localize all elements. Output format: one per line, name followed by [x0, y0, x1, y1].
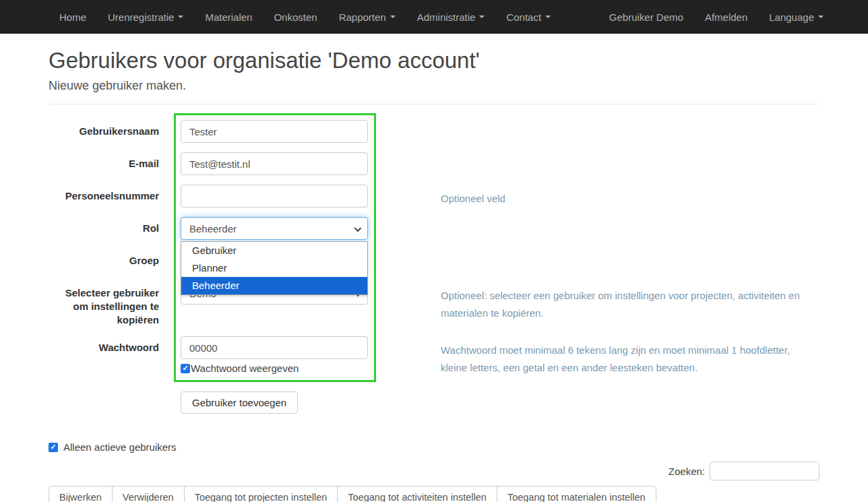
- nav-item-onkosten[interactable]: Onkosten: [263, 0, 328, 34]
- role-select[interactable]: Beheerder: [181, 217, 368, 240]
- email-input[interactable]: [181, 152, 368, 175]
- show-password-row: ✓ Wachtwoord weergeven: [181, 363, 368, 374]
- navbar-right: Gebruiker Demo Afmelden Language: [598, 0, 834, 34]
- navbar-left: Home Urenregistratie Materialen Onkosten…: [49, 0, 561, 34]
- username-input[interactable]: [181, 120, 368, 143]
- nav-item-urenregistratie[interactable]: Urenregistratie: [97, 0, 194, 34]
- employee-number-input[interactable]: [181, 185, 368, 208]
- nav-item-label: Materialen: [205, 11, 252, 23]
- password-help: Wachtwoord moet minimaal 6 tekens lang z…: [441, 336, 818, 377]
- set-activity-access-button[interactable]: Toegang tot activiteiten instellen: [337, 486, 497, 502]
- copy-user-help: Optioneel: selecteer een gebruiker om in…: [441, 282, 818, 322]
- user-actions-group: Bijwerken Verwijderen Toegang tot projec…: [49, 486, 819, 502]
- search-row: Zoeken:: [49, 462, 819, 480]
- username-label: Gebruikersnaam: [49, 120, 159, 138]
- form-row-password: Wachtwoord ✓ Wachtwoord weergeven Wachtw…: [49, 336, 819, 377]
- check-icon: ✓: [182, 365, 188, 372]
- form-row-employee-number: Personeelsnummer Optioneel veld: [49, 185, 819, 208]
- role-control: Beheerder Gebruiker Planner Beheerder: [181, 217, 368, 240]
- chevron-down-icon: [354, 224, 361, 232]
- delete-button[interactable]: Verwijderen: [112, 486, 185, 502]
- email-label: E-mail: [49, 152, 159, 170]
- employee-number-help: Optioneel veld: [441, 185, 505, 208]
- caret-down-icon: [479, 15, 485, 18]
- nav-item-label: Administratie: [417, 11, 476, 23]
- nav-item-label: Home: [59, 11, 86, 23]
- new-user-form: Gebruikersnaam E-mail Personeelsnummer O…: [49, 104, 819, 377]
- email-control: [181, 152, 368, 175]
- caret-down-icon: [178, 15, 183, 18]
- password-control: ✓ Wachtwoord weergeven: [181, 336, 368, 374]
- form-row-username: Gebruikersnaam: [49, 120, 819, 143]
- show-password-checkbox[interactable]: ✓: [181, 364, 190, 373]
- nav-item-rapporten[interactable]: Rapporten: [328, 0, 406, 34]
- search-input[interactable]: [710, 462, 819, 480]
- active-users-filter: ✓ Alleen actieve gebruikers: [49, 441, 819, 453]
- main-content: Gebruikers voor organisatie 'Demo accoun…: [0, 48, 868, 502]
- check-icon: ✓: [50, 443, 56, 451]
- active-users-checkbox[interactable]: ✓: [49, 443, 58, 452]
- nav-item-label: Contact: [506, 11, 541, 23]
- update-button[interactable]: Bijwerken: [49, 486, 113, 502]
- nav-item-materialen[interactable]: Materialen: [194, 0, 263, 34]
- nav-item-home[interactable]: Home: [49, 0, 97, 34]
- set-material-access-button[interactable]: Toegang tot materialen instellen: [497, 486, 656, 502]
- nav-item-label: Urenregistratie: [108, 11, 174, 23]
- add-user-button[interactable]: Gebruiker toevoegen: [181, 391, 298, 414]
- set-project-access-button[interactable]: Toegang tot projecten instellen: [184, 486, 338, 502]
- show-password-label: Wachtwoord weergeven: [191, 363, 299, 374]
- form-row-email: E-mail: [49, 152, 819, 175]
- nav-item-label: Afmelden: [705, 11, 747, 23]
- form-row-group: Groep: [49, 249, 819, 272]
- role-option-planner[interactable]: Planner: [181, 259, 367, 277]
- page-subtitle: Nieuwe gebruiker maken.: [49, 79, 819, 93]
- active-users-label: Alleen actieve gebruikers: [63, 441, 177, 453]
- page-title: Gebruikers voor organisatie 'Demo accoun…: [49, 48, 819, 73]
- form-row-role: Rol Beheerder Gebruiker Planner Beheerde…: [49, 217, 819, 240]
- role-dropdown: Gebruiker Planner Beheerder: [181, 241, 368, 295]
- role-option-gebruiker[interactable]: Gebruiker: [181, 242, 367, 259]
- copy-user-label: Selecteer gebruiker om instellingen te k…: [49, 282, 159, 327]
- form-row-copy-user: Selecteer gebruiker om instellingen te k…: [49, 282, 819, 327]
- employee-number-label: Personeelsnummer: [49, 185, 159, 203]
- nav-item-logout[interactable]: Afmelden: [694, 0, 758, 34]
- role-option-beheerder[interactable]: Beheerder: [181, 277, 367, 294]
- role-select-value: Beheerder: [189, 223, 237, 234]
- nav-item-current-user[interactable]: Gebruiker Demo: [598, 0, 694, 34]
- nav-item-administratie[interactable]: Administratie: [406, 0, 496, 34]
- role-label: Rol: [49, 217, 159, 235]
- group-label: Groep: [49, 249, 159, 268]
- nav-item-label: Language: [769, 11, 814, 23]
- caret-down-icon: [818, 15, 824, 18]
- employee-number-control: [181, 185, 368, 208]
- nav-item-label: Gebruiker Demo: [609, 11, 683, 23]
- caret-down-icon: [390, 15, 396, 18]
- nav-item-language[interactable]: Language: [758, 0, 834, 34]
- top-navbar: Home Urenregistratie Materialen Onkosten…: [0, 0, 868, 34]
- nav-item-label: Onkosten: [274, 11, 317, 23]
- caret-down-icon: [545, 15, 551, 18]
- search-label: Zoeken:: [669, 466, 705, 477]
- password-input[interactable]: [181, 336, 368, 359]
- password-label: Wachtwoord: [49, 336, 159, 354]
- nav-item-label: Rapporten: [339, 11, 386, 23]
- username-control: [181, 120, 368, 143]
- nav-item-contact[interactable]: Contact: [495, 0, 561, 34]
